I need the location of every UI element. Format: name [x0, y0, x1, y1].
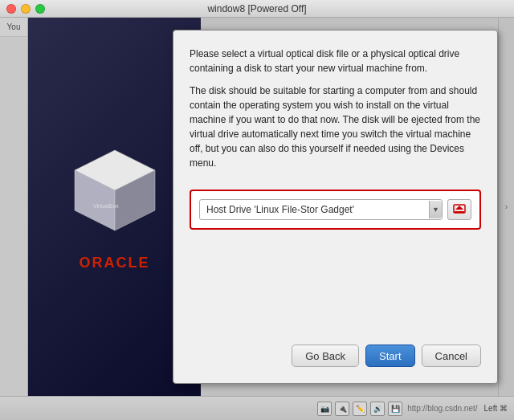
start-button[interactable]: Start — [365, 345, 414, 367]
keyboard-indicator: Left ⌘ — [484, 404, 508, 413]
status-icon-4: 🔊 — [370, 402, 385, 416]
right-collapse-tab[interactable]: › — [498, 18, 514, 396]
status-url: http://blog.csdn.net/ — [407, 404, 477, 413]
status-icon-2: 🔌 — [335, 402, 349, 416]
browse-icon — [452, 202, 467, 217]
status-bar: 📷 🔌 ✏️ 🔊 💾 http://blog.csdn.net/ Left ⌘ — [0, 396, 514, 420]
status-icons-group: 📷 🔌 ✏️ 🔊 💾 — [317, 402, 402, 416]
drive-dropdown-label: Host Drive 'Linux File-Stor Gadget' — [200, 204, 429, 215]
maximize-button[interactable] — [35, 4, 45, 14]
startup-disk-dialog: Please select a virtual optical disk fil… — [173, 30, 498, 384]
window-title: window8 [Powered Off] — [207, 3, 306, 14]
drive-selector-row: Host Drive 'Linux File-Stor Gadget' ▼ — [199, 199, 471, 220]
main-content: You VirtualBox ORACLE › Please select a … — [0, 18, 514, 396]
svg-text:VirtualBox: VirtualBox — [93, 203, 119, 209]
description-paragraph-2: The disk should be suitable for starting… — [190, 84, 481, 170]
oracle-brand: ORACLE — [80, 255, 150, 271]
svg-marker-5 — [455, 206, 463, 210]
svg-rect-6 — [455, 211, 464, 213]
vbox-cube-logo: VirtualBox — [63, 142, 167, 247]
status-icon-1: 📷 — [317, 402, 332, 416]
description-paragraph-1: Please select a virtual optical disk fil… — [190, 47, 481, 75]
dialog-buttons: Go Back Start Cancel — [190, 345, 481, 367]
status-right: http://blog.csdn.net/ Left ⌘ — [407, 404, 508, 413]
window-controls[interactable] — [6, 4, 45, 14]
chevron-down-icon: ▼ — [432, 206, 439, 214]
sidebar-tab-you[interactable]: You — [0, 18, 27, 37]
drive-selector-area: Host Drive 'Linux File-Stor Gadget' ▼ — [190, 190, 481, 230]
chevron-right-icon: › — [505, 202, 508, 211]
minimize-button[interactable] — [21, 4, 31, 14]
cancel-button[interactable]: Cancel — [422, 345, 481, 367]
dialog-description: Please select a virtual optical disk fil… — [190, 47, 481, 178]
drive-browse-button[interactable] — [447, 199, 471, 220]
go-back-button[interactable]: Go Back — [292, 345, 359, 367]
status-icon-5: 💾 — [388, 402, 402, 416]
left-sidebar: You — [0, 18, 28, 396]
title-bar: window8 [Powered Off] — [0, 0, 514, 18]
dropdown-arrow-icon[interactable]: ▼ — [429, 201, 442, 218]
cube-svg: VirtualBox — [63, 142, 167, 247]
close-button[interactable] — [6, 4, 16, 14]
drive-dropdown[interactable]: Host Drive 'Linux File-Stor Gadget' ▼ — [199, 199, 443, 220]
status-icon-3: ✏️ — [353, 402, 367, 416]
